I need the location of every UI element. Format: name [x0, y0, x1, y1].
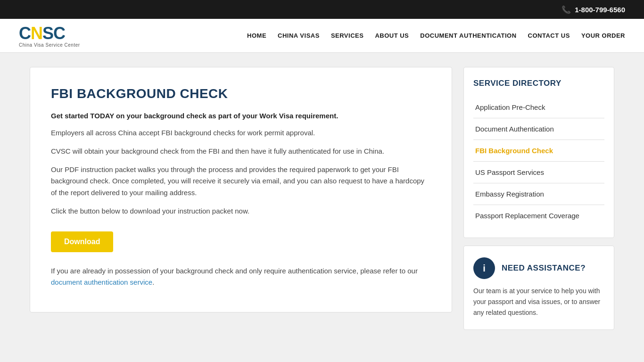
nav-your-order[interactable]: Your Order — [581, 32, 625, 39]
doc-auth-link[interactable]: document authentication service — [51, 278, 152, 286]
logo-text: CNSC — [19, 24, 65, 43]
main-wrapper: FBI Background Check Get started TODAY o… — [20, 67, 624, 330]
assistance-text: Our team is at your service to help you … — [473, 286, 604, 318]
nav-services[interactable]: Services — [331, 32, 364, 39]
logo[interactable]: CNSC China Visa Service Center — [19, 24, 80, 48]
sidebar-item-app-pre-check[interactable]: Application Pre-Check — [473, 97, 604, 118]
header: CNSC China Visa Service Center Home Chin… — [0, 19, 644, 53]
phone-icon: 📞 — [561, 5, 571, 14]
sidebar-item-passport-replace[interactable]: Passport Replacement Coverage — [473, 205, 604, 226]
assistance-title: Need Assistance? — [502, 263, 586, 273]
body-paragraph-1: Employers all across China accept FBI ba… — [51, 127, 431, 139]
body-paragraph-2: CVSC will obtain your background check f… — [51, 146, 431, 157]
nav-home[interactable]: Home — [247, 32, 266, 39]
main-nav: Home China Visas Services About Us Docum… — [247, 32, 625, 39]
assistance-header: i Need Assistance? — [473, 257, 604, 279]
footer-paragraph: If you are already in possession of your… — [51, 265, 431, 289]
service-directory: Service Directory Application Pre-Check … — [463, 67, 614, 238]
download-button[interactable]: Download — [51, 231, 113, 252]
nav-contact-us[interactable]: Contact Us — [528, 32, 570, 39]
top-bar: 📞 1-800-799-6560 — [0, 0, 644, 19]
page-title: FBI Background Check — [51, 86, 431, 101]
content-card: FBI Background Check Get started TODAY o… — [30, 67, 452, 313]
phone-number: 1-800-799-6560 — [575, 6, 625, 14]
phone-info: 📞 1-800-799-6560 — [561, 5, 625, 14]
body-paragraph-4: Click the button below to download your … — [51, 206, 431, 217]
footer-text-after: . — [152, 278, 154, 286]
sidebar-item-fbi-bg[interactable]: FBI Background Check — [473, 140, 604, 162]
body-paragraph-3: Our PDF instruction packet walks you thr… — [51, 164, 431, 199]
service-dir-title: Service Directory — [473, 79, 604, 88]
sidebar-item-us-passport[interactable]: US Passport Services — [473, 162, 604, 183]
footer-text-before: If you are already in possession of your… — [51, 267, 418, 275]
sidebar-item-doc-auth[interactable]: Document Authentication — [473, 118, 604, 140]
assistance-card: i Need Assistance? Our team is at your s… — [463, 246, 614, 330]
nav-china-visas[interactable]: China Visas — [278, 32, 320, 39]
lead-paragraph: Get started TODAY on your background che… — [51, 112, 431, 120]
sidebar-item-embassy-reg[interactable]: Embassy Registration — [473, 183, 604, 205]
logo-subtitle: China Visa Service Center — [19, 42, 80, 48]
sidebar: Service Directory Application Pre-Check … — [463, 67, 614, 330]
nav-document-authentication[interactable]: Document Authentication — [420, 32, 516, 39]
info-icon: i — [473, 257, 495, 279]
nav-about-us[interactable]: About Us — [375, 32, 409, 39]
